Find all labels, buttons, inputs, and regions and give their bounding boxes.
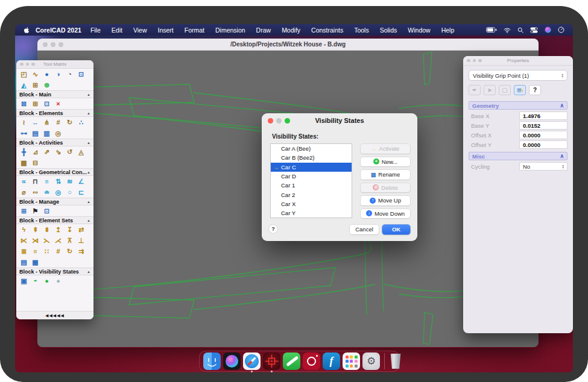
- tool-icon[interactable]: ⇘: [52, 148, 64, 156]
- tool-icon[interactable]: ⇅: [52, 177, 64, 186]
- menu-item[interactable]: Constraints: [306, 27, 349, 34]
- section-header-block-elements[interactable]: Block - Elements▲: [16, 109, 93, 117]
- app-menu[interactable]: CorelCAD 2021: [36, 27, 81, 34]
- section-header-block-geometrical[interactable]: Block - Geometrical Con...▲: [16, 168, 93, 176]
- collapse-icon[interactable]: ▲: [87, 200, 90, 204]
- tool-icon[interactable]: ○: [64, 188, 75, 196]
- apple-menu-icon[interactable]: [24, 27, 30, 34]
- tool-icon[interactable]: ∝: [18, 177, 30, 186]
- wifi-icon[interactable]: [504, 27, 511, 33]
- section-header-block-element-sets[interactable]: Block - Element Sets▲: [16, 216, 93, 224]
- tool-icon[interactable]: ∷: [41, 247, 52, 255]
- tool-icon[interactable]: ▤: [18, 258, 30, 266]
- tool-icon[interactable]: ◓: [30, 277, 41, 285]
- clock-icon[interactable]: [558, 27, 564, 33]
- properties-titlebar[interactable]: Properties: [463, 56, 573, 66]
- property-value-field[interactable]: 0.0000: [519, 140, 567, 149]
- box-select-icon[interactable]: ▢: [499, 85, 511, 95]
- section-header-block-manage[interactable]: Block - Manage▲: [16, 198, 93, 205]
- tool-icon[interactable]: ≀: [18, 118, 30, 127]
- tool-icon[interactable]: ⊏: [75, 188, 87, 196]
- document-titlebar[interactable]: /Desktop/Projects/Witzek House - B.dwg: [37, 39, 539, 51]
- menu-item[interactable]: Solids: [375, 27, 403, 34]
- tool-icon[interactable]: ≣: [18, 247, 30, 255]
- tool-icon[interactable]: ▦: [18, 158, 30, 167]
- tool-icon[interactable]: ↔: [30, 118, 41, 127]
- tool-icon[interactable]: ◎: [52, 129, 64, 137]
- properties-help-button[interactable]: ?: [529, 85, 541, 95]
- collapse-icon[interactable]: ▲: [87, 270, 90, 274]
- tool-icon[interactable]: ⊡: [75, 70, 87, 78]
- tool-icon[interactable]: ⇞: [30, 225, 41, 234]
- dialog-button[interactable]: → Activate: [361, 144, 410, 154]
- menu-item[interactable]: Edit: [106, 27, 128, 34]
- tool-icon[interactable]: ⊼: [64, 236, 75, 245]
- chevron-up-icon[interactable]: ∧: [560, 102, 564, 108]
- help-button[interactable]: ?: [269, 225, 277, 233]
- tool-icon[interactable]: ⇗: [41, 148, 52, 156]
- pointer-select-icon[interactable]: ➤: [484, 85, 496, 95]
- dialog-button[interactable]: ↑ Move Up: [361, 196, 410, 205]
- list-item[interactable]: Car B (Bee2): [271, 153, 352, 162]
- filter-lightning-icon[interactable]: ≣ϟ: [514, 85, 526, 95]
- list-item[interactable]: Car A (Bee): [271, 144, 352, 153]
- dialog-button[interactable]: ▤ Rename: [361, 170, 410, 180]
- tool-icon[interactable]: ⌀: [18, 188, 30, 196]
- tool-icon[interactable]: ↧: [64, 225, 75, 234]
- tool-icon[interactable]: ⊞: [30, 99, 41, 108]
- launchpad-dock-icon[interactable]: [343, 352, 360, 370]
- cycling-dropdown[interactable]: No ▴▾: [519, 162, 567, 171]
- font-book-dock-icon[interactable]: f: [323, 352, 340, 370]
- tool-icon[interactable]: ◔: [64, 70, 75, 78]
- geometry-section-header[interactable]: Geometry ∧: [469, 101, 567, 110]
- section-header-block-visibility-states[interactable]: Block - Visibility States▲: [16, 268, 93, 275]
- list-item[interactable]: Car Y: [271, 208, 352, 218]
- tool-icon[interactable]: ◑: [52, 70, 64, 78]
- property-value-field[interactable]: 0.0000: [519, 131, 567, 139]
- menu-item[interactable]: Format: [179, 27, 210, 34]
- tool-icon[interactable]: ≐: [41, 188, 52, 196]
- edit-annotation-icon[interactable]: ✒: [469, 85, 481, 95]
- collapse-icon[interactable]: ▲: [87, 219, 90, 222]
- tool-icon[interactable]: ◰: [18, 70, 30, 78]
- tool-icon[interactable]: ⊠: [18, 99, 30, 108]
- tool-icon[interactable]: ▤: [30, 129, 41, 137]
- tool-icon[interactable]: ▣: [18, 277, 30, 285]
- finder-dock-icon[interactable]: [203, 352, 221, 370]
- tool-icon[interactable]: ⊶: [18, 129, 30, 137]
- tool-icon[interactable]: ⊥: [75, 236, 87, 245]
- palette-overflow-arrows[interactable]: ◀◀◀◀◀: [16, 311, 93, 319]
- tool-icon[interactable]: ⊡: [41, 99, 52, 108]
- menu-item[interactable]: View: [128, 27, 153, 34]
- siri-dock-icon[interactable]: [223, 352, 241, 370]
- property-value-field[interactable]: 0.0152: [519, 121, 567, 130]
- palette-titlebar[interactable]: Tool Matrix: [16, 60, 93, 69]
- siri-icon[interactable]: [545, 27, 551, 33]
- tool-icon[interactable]: ⊞: [30, 81, 41, 89]
- property-value-field[interactable]: 1.4976: [519, 111, 567, 120]
- battery-icon[interactable]: [486, 27, 497, 33]
- media-app-dock-icon[interactable]: [303, 352, 320, 370]
- tool-icon[interactable]: ╋: [18, 148, 30, 156]
- tool-icon[interactable]: ⋊: [30, 236, 41, 245]
- tool-icon[interactable]: ≡: [30, 247, 41, 255]
- menu-item[interactable]: Tools: [349, 27, 375, 34]
- tool-icon[interactable]: ◬: [75, 148, 87, 156]
- dialog-titlebar[interactable]: Visibility States: [262, 113, 417, 128]
- menu-item[interactable]: File: [85, 27, 106, 34]
- tool-icon[interactable]: ×: [52, 99, 64, 108]
- tool-icon[interactable]: ⇉: [75, 247, 87, 255]
- tool-icon[interactable]: ⊡: [41, 207, 52, 215]
- tool-icon[interactable]: ●: [52, 277, 64, 285]
- list-item[interactable]: Car D: [271, 172, 352, 181]
- pencil-app-dock-icon[interactable]: [283, 352, 300, 370]
- tool-icon[interactable]: ↻: [64, 118, 75, 127]
- list-item[interactable]: Car 1: [271, 181, 352, 190]
- tool-icon[interactable]: ⋋: [41, 236, 52, 245]
- tool-icon[interactable]: ⊞: [18, 207, 30, 215]
- tool-icon[interactable]: ↺: [64, 148, 75, 156]
- entity-selector-dropdown[interactable]: Visibility Grip Point (1) ▴▾: [469, 70, 567, 81]
- tool-icon[interactable]: ⊛: [41, 81, 52, 89]
- menu-item[interactable]: Modify: [276, 27, 306, 34]
- tool-icon[interactable]: ⇄: [75, 225, 87, 234]
